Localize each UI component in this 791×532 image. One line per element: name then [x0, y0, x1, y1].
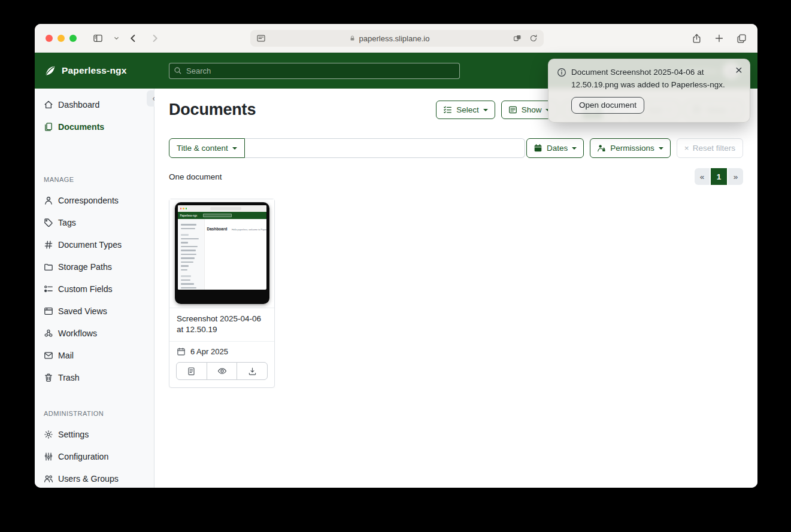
mail-icon: [44, 351, 53, 360]
sidebar-item-mail[interactable]: Mail: [35, 344, 154, 366]
share-icon[interactable]: [692, 33, 702, 44]
pagination-prev-button[interactable]: «: [695, 168, 710, 185]
address-bar[interactable]: paperless.sliplane.io: [250, 30, 544, 47]
global-search-input[interactable]: [169, 63, 460, 79]
browser-toolbar: paperless.sliplane.io: [35, 24, 757, 53]
manage-heading: MANAGE: [35, 175, 154, 184]
dates-button[interactable]: Dates: [526, 138, 584, 158]
sidebar-item-users-groups[interactable]: Users & Groups: [35, 467, 154, 488]
x-icon: ×: [684, 144, 689, 153]
thumbnail-mini-content: Dashboard Hello paperless, welcome to Pa…: [205, 219, 266, 290]
sidebar-item-label: Workflows: [58, 329, 97, 338]
checklist-icon: [443, 105, 452, 114]
translate-icon[interactable]: [513, 34, 522, 42]
filter-query-input[interactable]: [245, 138, 525, 158]
close-window-button[interactable]: [46, 35, 53, 42]
page-title: Documents: [169, 101, 256, 119]
sidebar-item-label: Correspondents: [58, 196, 119, 205]
sidebar-item-settings[interactable]: Settings: [35, 423, 154, 445]
sidebar-item-trash[interactable]: Trash: [35, 366, 154, 388]
caret-down-icon: [232, 147, 237, 150]
sidebar-toggle-icon[interactable]: [92, 33, 104, 43]
person-lock-icon: [597, 144, 606, 153]
reload-icon[interactable]: [529, 34, 538, 42]
home-icon: [44, 100, 53, 110]
pagination-next-button[interactable]: »: [728, 168, 743, 185]
new-tab-icon[interactable]: [714, 34, 724, 43]
sidebar-item-label: Trash: [58, 373, 80, 382]
document-date: 6 Apr 2025: [190, 347, 228, 356]
sidebar-item-storage-paths[interactable]: Storage Paths: [35, 256, 154, 278]
sidebar-item-dashboard[interactable]: Dashboard: [35, 93, 154, 115]
preview-document-button[interactable]: [207, 362, 238, 380]
lock-icon: [349, 35, 356, 42]
content-area: Dashboard Documents MANAGE Correspondent…: [35, 89, 757, 488]
document-card: Paperless-ngx: [169, 199, 275, 388]
back-button-icon[interactable]: [128, 33, 138, 43]
person-icon: [44, 196, 53, 205]
browser-actions: [692, 24, 747, 53]
sidebar-item-workflows[interactable]: Workflows: [35, 322, 154, 344]
eye-icon: [217, 366, 227, 376]
sidebar-item-custom-fields[interactable]: Custom Fields: [35, 278, 154, 300]
main-panel: Documents Select Show: [154, 89, 757, 488]
caret-down-icon: [659, 147, 663, 150]
sidebar-item-documents[interactable]: Documents: [35, 115, 154, 138]
folder-icon: [44, 262, 53, 272]
thumbnail-mini-brand: Paperless-ngx: [180, 214, 198, 217]
file-text-icon: [187, 367, 196, 376]
sidebar-item-document-types[interactable]: Document Types: [35, 233, 154, 256]
paperless-logo-icon: [43, 64, 57, 78]
sidebar: Dashboard Documents MANAGE Correspondent…: [35, 89, 154, 488]
download-document-button[interactable]: [237, 362, 268, 380]
saved-views-icon: [44, 306, 53, 316]
sliders-icon: [44, 452, 53, 461]
toast-notification: Document Screenshot 2025-04-06 at 12.50.…: [548, 59, 750, 123]
edit-document-button[interactable]: [176, 362, 207, 380]
sidebar-item-label: Users & Groups: [58, 474, 119, 484]
open-document-button[interactable]: Open document: [571, 97, 644, 114]
sidebar-item-correspondents[interactable]: Correspondents: [35, 189, 154, 211]
window-controls: [46, 35, 77, 42]
workflows-icon: [44, 329, 53, 338]
sidebar-item-tags[interactable]: Tags: [35, 211, 154, 233]
sidebar-item-label: Documents: [58, 122, 104, 132]
administration-heading: ADMINISTRATION: [35, 409, 154, 418]
document-actions: [169, 361, 274, 387]
filter-field-button[interactable]: Title & content: [169, 138, 245, 158]
forward-button-icon[interactable]: [150, 33, 160, 43]
sidebar-item-saved-views[interactable]: Saved Views: [35, 300, 154, 322]
hash-icon: [44, 240, 53, 250]
sidebar-item-label: Dashboard: [58, 100, 99, 110]
filter-bar: Title & content Dates: [169, 138, 743, 158]
show-fields-icon: [508, 105, 517, 114]
sidebar-item-label: Mail: [58, 351, 74, 360]
select-button[interactable]: Select: [436, 101, 495, 119]
info-icon: [557, 68, 566, 92]
toast-message: Document Screenshot 2025-04-06 at 12.50.…: [571, 66, 732, 92]
download-icon: [248, 367, 257, 376]
permissions-button[interactable]: Permissions: [590, 138, 671, 158]
thumbnail-mini-header: Paperless-ngx: [178, 212, 266, 219]
minimize-window-button[interactable]: [57, 35, 65, 42]
sidebar-item-label: Settings: [58, 430, 89, 439]
reader-mode-icon[interactable]: [256, 34, 266, 43]
close-icon[interactable]: ×: [735, 63, 742, 76]
thumbnail-mini-toolbar: [178, 205, 266, 212]
chevron-down-icon[interactable]: [113, 35, 120, 41]
document-title[interactable]: Screenshot 2025-04-06 at 12.50.19: [169, 308, 274, 342]
pagination-page-1-button[interactable]: 1: [711, 168, 727, 185]
desktop: { "colors": { "brand_green": "#17541f", …: [0, 0, 791, 532]
sidebar-item-configuration[interactable]: Configuration: [35, 445, 154, 467]
reset-filters-button[interactable]: × Reset filters: [677, 138, 743, 158]
sidebar-item-label: Storage Paths: [58, 262, 112, 272]
calendar-filled-icon: [534, 144, 543, 153]
document-thumbnail[interactable]: Paperless-ngx: [169, 199, 274, 308]
thumbnail-mini-heading: Dashboard: [207, 227, 228, 231]
tab-overview-icon[interactable]: [737, 34, 747, 44]
thumbnail-mini-subtext: Hello paperless, welcome to Paperless-ng…: [232, 229, 266, 231]
zoom-window-button[interactable]: [69, 35, 77, 42]
calendar-icon: [177, 347, 186, 356]
sidebar-item-label: Custom Fields: [58, 284, 113, 294]
sidebar-item-label: Document Types: [58, 240, 122, 250]
